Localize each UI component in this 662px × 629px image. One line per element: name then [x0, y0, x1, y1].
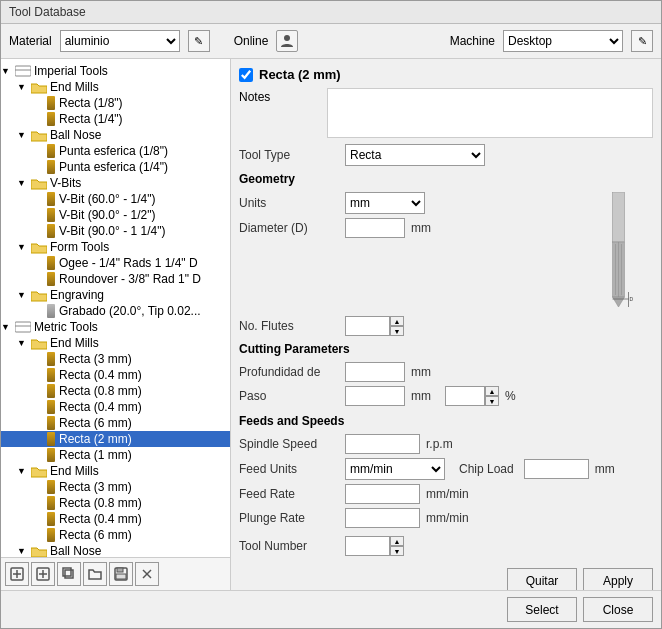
tree-item-vbit-60[interactable]: V-Bit (60.0° - 1/4")	[1, 191, 230, 207]
tree-save-button[interactable]	[109, 562, 133, 586]
tree-item-end-mills-2[interactable]: ▼End Mills	[1, 463, 230, 479]
select-button[interactable]: Select	[507, 597, 577, 622]
tree-item-recta-2mm[interactable]: Recta (2 mm)	[1, 431, 230, 447]
flutes-input[interactable]: 2	[345, 316, 390, 336]
chip-load-label: Chip Load	[459, 462, 514, 476]
flutes-label: No. Flutes	[239, 319, 339, 333]
action-buttons: Quitar Apply	[239, 568, 653, 590]
tree-item-ball-nose-2[interactable]: ▼Ball Nose	[1, 543, 230, 557]
diameter-unit: mm	[411, 221, 431, 235]
tree-item-engraving[interactable]: ▼Engraving	[1, 287, 230, 303]
paso-pct-up-button[interactable]: ▲	[485, 386, 499, 396]
tool-number-buttons: ▲ ▼	[390, 536, 404, 556]
tree-item-recta-1-8[interactable]: Recta (1/8")	[1, 95, 230, 111]
svg-rect-11	[65, 570, 73, 578]
diameter-input[interactable]: 2	[345, 218, 405, 238]
flutes-row: No. Flutes 2 ▲ ▼	[239, 316, 653, 336]
tool-enabled-checkbox[interactable]	[239, 68, 253, 82]
apply-button[interactable]: Apply	[583, 568, 653, 590]
units-label: Units	[239, 196, 339, 210]
tree-item-recta-08mm[interactable]: Recta (0.8 mm)	[1, 383, 230, 399]
svg-text:D: D	[629, 296, 633, 302]
profundidad-unit: mm	[411, 365, 431, 379]
tree-item-roundover[interactable]: Roundover - 3/8" Rad 1" D	[1, 271, 230, 287]
tree-item-imperial-ball[interactable]: ▼Ball Nose	[1, 127, 230, 143]
feed-rate-row: Feed Rate 1015.98 mm/min	[239, 484, 653, 504]
tree-duplicate-button[interactable]	[57, 562, 81, 586]
tree-item-metric[interactable]: ▼Metric Tools	[1, 319, 230, 335]
tree-item-vbits[interactable]: ▼V-Bits	[1, 175, 230, 191]
tool-type-row: Tool Type Recta	[239, 144, 653, 166]
tree-item-recta-3mm-2[interactable]: Recta (3 mm)	[1, 479, 230, 495]
machine-select[interactable]: Desktop	[503, 30, 623, 52]
tree-item-recta-6mm[interactable]: Recta (6 mm)	[1, 415, 230, 431]
tree-item-recta-04mm[interactable]: Recta (0.4 mm)	[1, 367, 230, 383]
tree-item-vbit-90-1-1-4[interactable]: V-Bit (90.0° - 1 1/4")	[1, 223, 230, 239]
units-row: Units mm inches	[239, 192, 575, 214]
tree-item-recta-1-4[interactable]: Recta (1/4")	[1, 111, 230, 127]
tree-item-recta-1mm[interactable]: Recta (1 mm)	[1, 447, 230, 463]
tool-number-input[interactable]: 1	[345, 536, 390, 556]
tree-item-recta-3mm[interactable]: Recta (3 mm)	[1, 351, 230, 367]
online-icon[interactable]	[276, 30, 298, 52]
tree-item-imperial-end[interactable]: ▼End Mills	[1, 79, 230, 95]
flutes-down-button[interactable]: ▼	[390, 326, 404, 336]
tree-item-metric-end[interactable]: ▼End Mills	[1, 335, 230, 351]
feed-units-select[interactable]: mm/min inches/min	[345, 458, 445, 480]
tree-item-recta-04mm-2[interactable]: Recta (0.4 mm)	[1, 399, 230, 415]
spindle-unit: r.p.m	[426, 437, 453, 451]
geometry-content: Units mm inches Diameter (D) 2 mm	[239, 192, 653, 312]
spindle-input[interactable]: 16000	[345, 434, 420, 454]
notes-section: Notes	[239, 88, 653, 138]
tree-item-grabado[interactable]: Grabado (20.0°, Tip 0.02...	[1, 303, 230, 319]
svg-point-0	[284, 35, 290, 41]
tree-add-group-button[interactable]	[5, 562, 29, 586]
tool-type-select[interactable]: Recta	[345, 144, 485, 166]
tree-item-ogee[interactable]: Ogee - 1/4" Rads 1 1/4" D	[1, 255, 230, 271]
tool-number-down-button[interactable]: ▼	[390, 546, 404, 556]
tool-number-up-button[interactable]: ▲	[390, 536, 404, 546]
profundidad-label: Profundidad de	[239, 365, 339, 379]
tree-item-recta-04mm-3[interactable]: Recta (0.4 mm)	[1, 511, 230, 527]
units-select[interactable]: mm inches	[345, 192, 425, 214]
flutes-spinner: 2 ▲ ▼	[345, 316, 404, 336]
notes-textarea[interactable]	[327, 88, 653, 138]
tool-title: Recta (2 mm)	[259, 67, 341, 82]
tree-delete-button[interactable]	[135, 562, 159, 586]
tree-toolbar	[1, 557, 230, 590]
main-window: Tool Database Material aluminio ✎ Online…	[0, 0, 662, 629]
tree-item-punta-1-4[interactable]: Punta esferica (1/4")	[1, 159, 230, 175]
spindle-label: Spindle Speed	[239, 437, 339, 451]
paso-pct-buttons: ▲ ▼	[485, 386, 499, 406]
paso-pct-down-button[interactable]: ▼	[485, 396, 499, 406]
svg-rect-15	[116, 574, 126, 579]
paso-input[interactable]: 0.8	[345, 386, 405, 406]
chip-load-input[interactable]: 0.0317	[524, 459, 589, 479]
title-bar: Tool Database	[1, 1, 661, 24]
tree-item-vbit-90-half[interactable]: V-Bit (90.0° - 1/2")	[1, 207, 230, 223]
tree-container[interactable]: ▼Imperial Tools▼End MillsRecta (1/8")Rec…	[1, 59, 230, 557]
tree-item-recta-6mm-2[interactable]: Recta (6 mm)	[1, 527, 230, 543]
tree-import-button[interactable]	[83, 562, 107, 586]
profundidad-input[interactable]: 1	[345, 362, 405, 382]
tree-add-tool-button[interactable]	[31, 562, 55, 586]
svg-rect-1	[15, 66, 31, 76]
plunge-unit: mm/min	[426, 511, 469, 525]
feed-rate-input[interactable]: 1015.98	[345, 484, 420, 504]
material-edit-button[interactable]: ✎	[188, 30, 210, 52]
top-bar: Material aluminio ✎ Online Machine Deskt…	[1, 24, 661, 59]
flutes-up-button[interactable]: ▲	[390, 316, 404, 326]
tree-item-punta-1-8[interactable]: Punta esferica (1/8")	[1, 143, 230, 159]
close-button[interactable]: Close	[583, 597, 653, 622]
svg-marker-23	[612, 297, 624, 307]
quitar-button[interactable]: Quitar	[507, 568, 577, 590]
plunge-input[interactable]: 253.98	[345, 508, 420, 528]
tool-type-label: Tool Type	[239, 148, 339, 162]
tree-item-recta-08mm-2[interactable]: Recta (0.8 mm)	[1, 495, 230, 511]
paso-pct-input[interactable]: 40	[445, 386, 485, 406]
chip-load-unit: mm	[595, 462, 615, 476]
tree-item-imperial[interactable]: ▼Imperial Tools	[1, 63, 230, 79]
material-select[interactable]: aluminio	[60, 30, 180, 52]
machine-edit-button[interactable]: ✎	[631, 30, 653, 52]
tree-item-form-tools[interactable]: ▼Form Tools	[1, 239, 230, 255]
